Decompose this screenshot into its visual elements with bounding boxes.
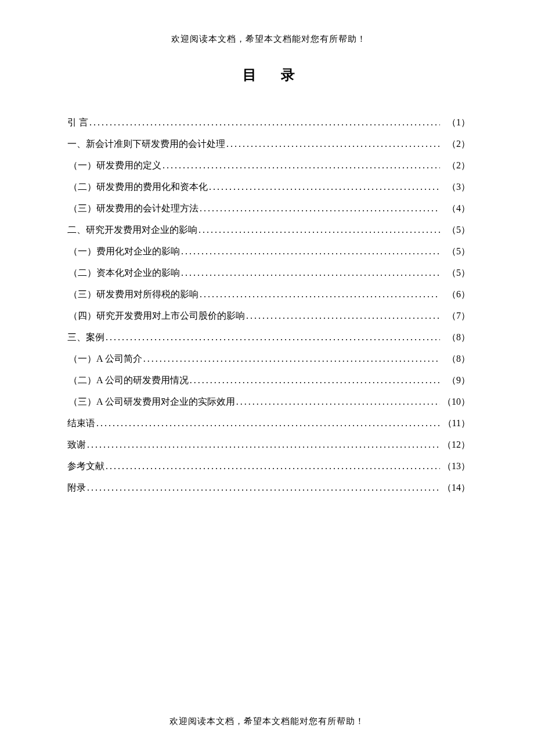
toc-entry-page: （11） (441, 416, 470, 430)
toc-entry-label: （三）研发费用对所得税的影响 (67, 287, 199, 301)
toc-leader-dots (96, 416, 440, 430)
toc-entry: 参考文献（13） (67, 459, 470, 473)
toc-entry: （三）研发费用对所得税的影响（6） (67, 287, 470, 301)
toc-entry: （四）研究开发费用对上市公司股价的影响（7） (67, 309, 470, 323)
toc-leader-dots (200, 287, 440, 301)
toc-leader-dots (226, 137, 440, 151)
footer-note: 欢迎阅读本文档，希望本文档能对您有所帮助！ (0, 716, 534, 727)
toc-entry: 引 言（1） (67, 116, 470, 129)
toc-entry-page: （5） (441, 244, 470, 258)
toc-entry-page: （7） (441, 309, 470, 323)
toc-entry-page: （13） (441, 459, 470, 473)
toc-entry-label: （二）资本化对企业的影响 (67, 266, 180, 280)
toc-entry: （二）资本化对企业的影响（5） (67, 266, 470, 280)
toc-entry-page: （5） (441, 223, 470, 237)
toc-entry-label: （三）A 公司研发费用对企业的实际效用 (67, 395, 235, 409)
toc-leader-dots (163, 159, 440, 172)
toc-entry: 三、案例（8） (67, 330, 470, 344)
toc-entry-label: 致谢 (67, 438, 86, 452)
toc-entry-page: （8） (441, 352, 470, 366)
toc-leader-dots (199, 223, 440, 237)
toc-leader-dots (236, 395, 440, 409)
toc-entry: （一）费用化对企业的影响（5） (67, 244, 470, 258)
toc-entry-label: （二）研发费用的费用化和资本化 (67, 180, 208, 194)
toc-leader-dots (106, 330, 440, 344)
toc-leader-dots (200, 201, 440, 215)
toc-leader-dots (190, 373, 440, 387)
toc-entry-page: （5） (441, 266, 470, 280)
toc-entry-label: （三）研发费用的会计处理方法 (67, 201, 199, 215)
toc-leader-dots (89, 116, 440, 129)
toc-entry: 致谢（12） (67, 438, 470, 452)
toc-entry-page: （2） (441, 137, 470, 151)
toc-entry: 一、新会计准则下研发费用的会计处理（2） (67, 137, 470, 151)
toc-entry-label: （一）研发费用的定义 (67, 159, 161, 172)
toc-leader-dots (106, 459, 440, 473)
document-page: 欢迎阅读本文档，希望本文档能对您有所帮助！ 目 录 引 言（1）一、新会计准则下… (0, 0, 534, 495)
toc-leader-dots (181, 266, 440, 280)
toc-entry-label: （四）研究开发费用对上市公司股价的影响 (67, 309, 245, 323)
toc-entry-label: 引 言 (67, 116, 88, 129)
toc-entry-page: （9） (441, 373, 470, 387)
toc-title: 目 录 (67, 66, 470, 84)
toc-leader-dots (143, 352, 440, 366)
toc-leader-dots (87, 438, 440, 452)
toc-entry-label: 结束语 (67, 416, 95, 430)
toc-entry-label: 附录 (67, 481, 86, 495)
toc-entry-label: 三、案例 (67, 330, 104, 344)
toc-entry: （一）A 公司简介（8） (67, 352, 470, 366)
toc-entry-page: （2） (441, 159, 470, 172)
toc-entry-page: （12） (441, 438, 470, 452)
toc-leader-dots (181, 244, 440, 258)
toc-entry: 二、研究开发费用对企业的影响（5） (67, 223, 470, 237)
header-note: 欢迎阅读本文档，希望本文档能对您有所帮助！ (67, 34, 470, 45)
toc-entry-page: （4） (441, 201, 470, 215)
toc-leader-dots (246, 309, 440, 323)
toc-entry-label: （二）A 公司的研发费用情况 (67, 373, 189, 387)
toc-list: 引 言（1）一、新会计准则下研发费用的会计处理（2）（一）研发费用的定义（2）（… (67, 116, 470, 495)
toc-entry-page: （1） (441, 116, 470, 129)
toc-entry: （二）研发费用的费用化和资本化（3） (67, 180, 470, 194)
toc-entry: （二）A 公司的研发费用情况（9） (67, 373, 470, 387)
toc-entry-page: （14） (441, 481, 470, 495)
toc-entry-label: 一、新会计准则下研发费用的会计处理 (67, 137, 225, 151)
toc-leader-dots (209, 180, 440, 194)
toc-entry-label: （一）费用化对企业的影响 (67, 244, 180, 258)
toc-leader-dots (87, 481, 440, 495)
toc-entry-page: （3） (441, 180, 470, 194)
toc-entry: （一）研发费用的定义（2） (67, 159, 470, 172)
toc-entry-page: （8） (441, 330, 470, 344)
toc-entry-label: 二、研究开发费用对企业的影响 (67, 223, 197, 237)
toc-entry-page: （6） (441, 287, 470, 301)
toc-entry-label: 参考文献 (67, 459, 104, 473)
toc-entry: （三）研发费用的会计处理方法（4） (67, 201, 470, 215)
toc-entry-page: （10） (441, 395, 470, 409)
toc-entry: （三）A 公司研发费用对企业的实际效用（10） (67, 395, 470, 409)
toc-entry: 附录（14） (67, 481, 470, 495)
toc-entry-label: （一）A 公司简介 (67, 352, 142, 366)
toc-entry: 结束语（11） (67, 416, 470, 430)
